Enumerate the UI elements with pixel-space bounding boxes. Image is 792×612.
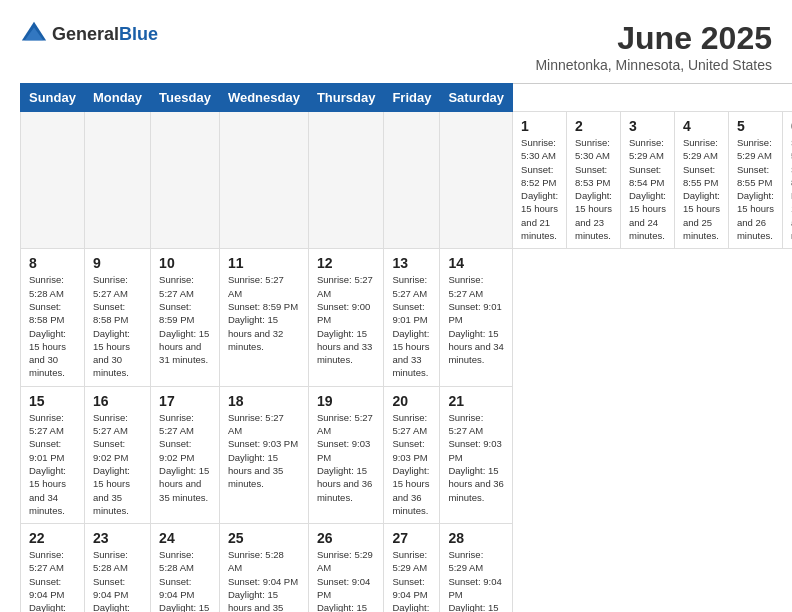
logo-icon xyxy=(20,20,48,48)
day-info: Sunrise: 5:27 AM Sunset: 8:59 PM Dayligh… xyxy=(159,273,211,366)
calendar-week-row: 8Sunrise: 5:28 AM Sunset: 8:58 PM Daylig… xyxy=(21,249,793,386)
day-number: 23 xyxy=(93,530,142,546)
calendar-cell: 21Sunrise: 5:27 AM Sunset: 9:03 PM Dayli… xyxy=(440,386,513,523)
calendar-cell: 12Sunrise: 5:27 AM Sunset: 9:00 PM Dayli… xyxy=(308,249,384,386)
day-info: Sunrise: 5:30 AM Sunset: 8:53 PM Dayligh… xyxy=(575,136,612,242)
day-info: Sunrise: 5:27 AM Sunset: 9:00 PM Dayligh… xyxy=(317,273,376,366)
day-number: 26 xyxy=(317,530,376,546)
day-number: 8 xyxy=(29,255,76,271)
day-number: 9 xyxy=(93,255,142,271)
weekday-header-sunday: Sunday xyxy=(21,84,85,112)
day-number: 18 xyxy=(228,393,300,409)
calendar-cell: 3Sunrise: 5:29 AM Sunset: 8:54 PM Daylig… xyxy=(621,112,675,249)
day-info: Sunrise: 5:29 AM Sunset: 8:55 PM Dayligh… xyxy=(683,136,720,242)
day-number: 28 xyxy=(448,530,504,546)
day-info: Sunrise: 5:27 AM Sunset: 9:01 PM Dayligh… xyxy=(392,273,431,379)
calendar-cell: 1Sunrise: 5:30 AM Sunset: 8:52 PM Daylig… xyxy=(513,112,567,249)
day-info: Sunrise: 5:28 AM Sunset: 9:04 PM Dayligh… xyxy=(93,548,142,612)
calendar-cell: 4Sunrise: 5:29 AM Sunset: 8:55 PM Daylig… xyxy=(674,112,728,249)
location-title: Minnetonka, Minnesota, United States xyxy=(535,57,772,73)
logo: GeneralBlue xyxy=(20,20,158,48)
calendar-cell xyxy=(21,112,85,249)
day-info: Sunrise: 5:28 AM Sunset: 8:58 PM Dayligh… xyxy=(29,273,76,379)
weekday-header-tuesday: Tuesday xyxy=(151,84,220,112)
calendar-cell xyxy=(219,112,308,249)
calendar-cell: 17Sunrise: 5:27 AM Sunset: 9:02 PM Dayli… xyxy=(151,386,220,523)
day-number: 27 xyxy=(392,530,431,546)
day-number: 10 xyxy=(159,255,211,271)
day-info: Sunrise: 5:27 AM Sunset: 9:04 PM Dayligh… xyxy=(29,548,76,612)
day-info: Sunrise: 5:27 AM Sunset: 9:03 PM Dayligh… xyxy=(317,411,376,504)
day-info: Sunrise: 5:29 AM Sunset: 9:04 PM Dayligh… xyxy=(392,548,431,612)
weekday-header-saturday: Saturday xyxy=(440,84,513,112)
day-number: 24 xyxy=(159,530,211,546)
day-number: 5 xyxy=(737,118,774,134)
calendar-cell xyxy=(308,112,384,249)
calendar-table: SundayMondayTuesdayWednesdayThursdayFrid… xyxy=(20,83,792,612)
day-info: Sunrise: 5:27 AM Sunset: 8:59 PM Dayligh… xyxy=(228,273,300,353)
day-info: Sunrise: 5:30 AM Sunset: 8:52 PM Dayligh… xyxy=(521,136,558,242)
calendar-cell: 28Sunrise: 5:29 AM Sunset: 9:04 PM Dayli… xyxy=(440,524,513,612)
calendar-cell: 2Sunrise: 5:30 AM Sunset: 8:53 PM Daylig… xyxy=(567,112,621,249)
calendar-cell: 26Sunrise: 5:29 AM Sunset: 9:04 PM Dayli… xyxy=(308,524,384,612)
day-info: Sunrise: 5:27 AM Sunset: 9:01 PM Dayligh… xyxy=(448,273,504,366)
month-title: June 2025 xyxy=(535,20,772,57)
day-number: 25 xyxy=(228,530,300,546)
calendar-cell xyxy=(440,112,513,249)
weekday-header-friday: Friday xyxy=(384,84,440,112)
day-info: Sunrise: 5:27 AM Sunset: 9:03 PM Dayligh… xyxy=(448,411,504,504)
calendar-cell: 5Sunrise: 5:29 AM Sunset: 8:55 PM Daylig… xyxy=(728,112,782,249)
title-block: June 2025 Minnetonka, Minnesota, United … xyxy=(535,20,772,73)
day-info: Sunrise: 5:27 AM Sunset: 9:02 PM Dayligh… xyxy=(93,411,142,517)
calendar-cell xyxy=(384,112,440,249)
day-number: 16 xyxy=(93,393,142,409)
day-info: Sunrise: 5:27 AM Sunset: 9:02 PM Dayligh… xyxy=(159,411,211,504)
calendar-cell: 8Sunrise: 5:28 AM Sunset: 8:58 PM Daylig… xyxy=(21,249,85,386)
day-number: 21 xyxy=(448,393,504,409)
day-info: Sunrise: 5:29 AM Sunset: 9:04 PM Dayligh… xyxy=(448,548,504,612)
calendar-cell: 19Sunrise: 5:27 AM Sunset: 9:03 PM Dayli… xyxy=(308,386,384,523)
calendar-cell: 27Sunrise: 5:29 AM Sunset: 9:04 PM Dayli… xyxy=(384,524,440,612)
calendar-cell: 11Sunrise: 5:27 AM Sunset: 8:59 PM Dayli… xyxy=(219,249,308,386)
day-number: 20 xyxy=(392,393,431,409)
day-number: 11 xyxy=(228,255,300,271)
day-info: Sunrise: 5:29 AM Sunset: 8:55 PM Dayligh… xyxy=(737,136,774,242)
calendar-cell: 9Sunrise: 5:27 AM Sunset: 8:58 PM Daylig… xyxy=(84,249,150,386)
day-info: Sunrise: 5:28 AM Sunset: 9:04 PM Dayligh… xyxy=(159,548,211,612)
weekday-header-thursday: Thursday xyxy=(308,84,384,112)
day-info: Sunrise: 5:27 AM Sunset: 9:03 PM Dayligh… xyxy=(392,411,431,517)
day-info: Sunrise: 5:27 AM Sunset: 9:03 PM Dayligh… xyxy=(228,411,300,491)
day-info: Sunrise: 5:27 AM Sunset: 8:58 PM Dayligh… xyxy=(93,273,142,379)
calendar-cell: 22Sunrise: 5:27 AM Sunset: 9:04 PM Dayli… xyxy=(21,524,85,612)
calendar-cell: 25Sunrise: 5:28 AM Sunset: 9:04 PM Dayli… xyxy=(219,524,308,612)
day-info: Sunrise: 5:27 AM Sunset: 9:01 PM Dayligh… xyxy=(29,411,76,517)
day-number: 1 xyxy=(521,118,558,134)
calendar-cell: 15Sunrise: 5:27 AM Sunset: 9:01 PM Dayli… xyxy=(21,386,85,523)
day-info: Sunrise: 5:29 AM Sunset: 9:04 PM Dayligh… xyxy=(317,548,376,612)
logo-text-blue: Blue xyxy=(119,24,158,44)
logo-text-general: General xyxy=(52,24,119,44)
day-number: 12 xyxy=(317,255,376,271)
weekday-header-wednesday: Wednesday xyxy=(219,84,308,112)
calendar-cell: 23Sunrise: 5:28 AM Sunset: 9:04 PM Dayli… xyxy=(84,524,150,612)
calendar-cell xyxy=(84,112,150,249)
calendar-cell: 24Sunrise: 5:28 AM Sunset: 9:04 PM Dayli… xyxy=(151,524,220,612)
calendar-cell: 14Sunrise: 5:27 AM Sunset: 9:01 PM Dayli… xyxy=(440,249,513,386)
calendar-cell: 13Sunrise: 5:27 AM Sunset: 9:01 PM Dayli… xyxy=(384,249,440,386)
calendar-week-row: 1Sunrise: 5:30 AM Sunset: 8:52 PM Daylig… xyxy=(21,112,793,249)
day-number: 14 xyxy=(448,255,504,271)
calendar-cell: 20Sunrise: 5:27 AM Sunset: 9:03 PM Dayli… xyxy=(384,386,440,523)
day-number: 22 xyxy=(29,530,76,546)
calendar-cell xyxy=(151,112,220,249)
day-info: Sunrise: 5:28 AM Sunset: 9:04 PM Dayligh… xyxy=(228,548,300,612)
day-number: 3 xyxy=(629,118,666,134)
calendar-week-row: 15Sunrise: 5:27 AM Sunset: 9:01 PM Dayli… xyxy=(21,386,793,523)
day-number: 2 xyxy=(575,118,612,134)
page-header: GeneralBlue June 2025 Minnetonka, Minnes… xyxy=(20,20,772,73)
weekday-header-monday: Monday xyxy=(84,84,150,112)
calendar-cell: 16Sunrise: 5:27 AM Sunset: 9:02 PM Dayli… xyxy=(84,386,150,523)
day-number: 17 xyxy=(159,393,211,409)
calendar-cell: 18Sunrise: 5:27 AM Sunset: 9:03 PM Dayli… xyxy=(219,386,308,523)
calendar-cell: 6Sunrise: 5:28 AM Sunset: 8:56 PM Daylig… xyxy=(782,112,792,249)
day-info: Sunrise: 5:29 AM Sunset: 8:54 PM Dayligh… xyxy=(629,136,666,242)
